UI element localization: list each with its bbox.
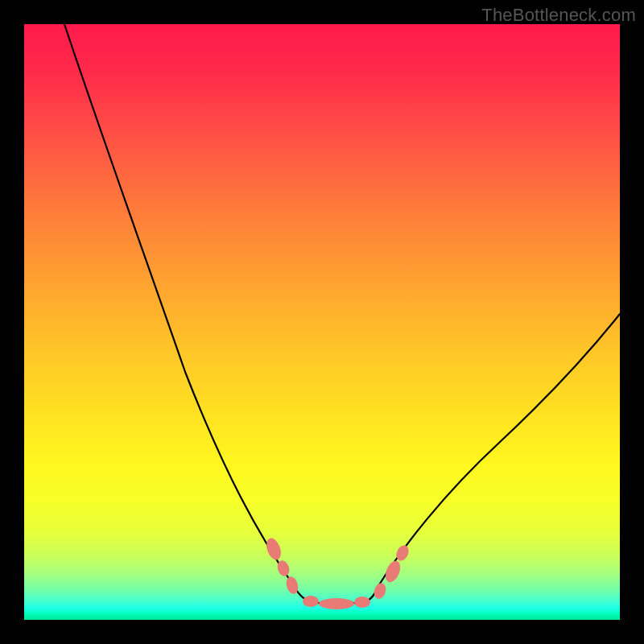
curve-svg: [24, 24, 620, 620]
curve-right: [378, 314, 620, 586]
marker-dot: [354, 597, 370, 608]
marker-dot: [319, 598, 354, 609]
curve-left: [64, 24, 294, 586]
marker-dot: [382, 559, 402, 584]
marker-dot: [303, 596, 319, 607]
marker-dot: [264, 536, 284, 562]
marker-dot: [372, 581, 387, 600]
markers-group: [264, 536, 411, 609]
watermark-text: TheBottleneck.com: [481, 5, 636, 26]
chart-frame: TheBottleneck.com: [0, 0, 644, 644]
plot-area: [24, 24, 620, 620]
